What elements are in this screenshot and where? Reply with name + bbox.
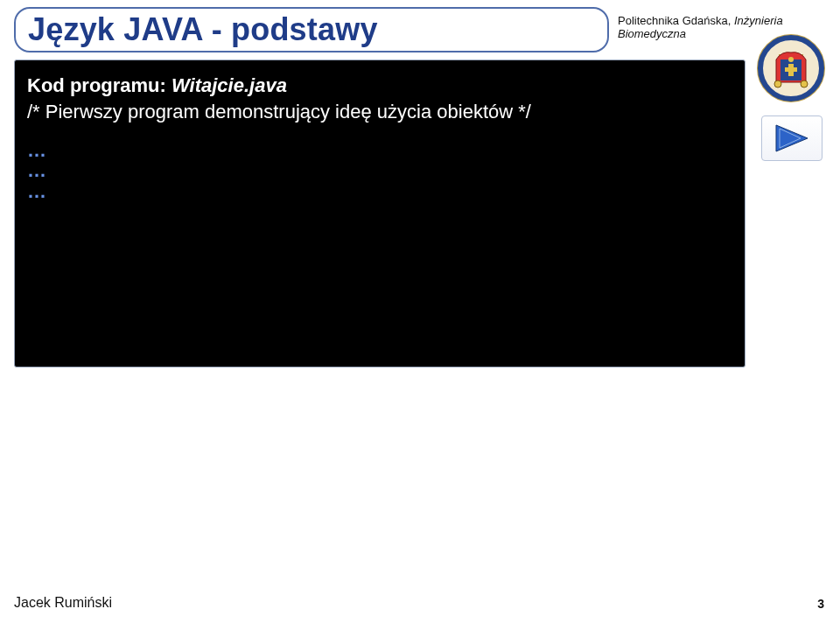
code-line-2: /* Pierwszy program demonstrujący ideę u… — [27, 99, 732, 125]
slide-title: Język JAVA - podstawy — [28, 11, 378, 48]
svg-point-5 — [788, 57, 794, 62]
svg-point-6 — [774, 80, 781, 88]
slide-title-panel: Język JAVA - podstawy — [14, 7, 609, 52]
code-filename: Witajcie.java — [172, 74, 287, 96]
svg-point-7 — [801, 80, 808, 88]
code-ellipsis-3: … — [27, 181, 732, 201]
code-block: Kod programu: Witajcie.java /* Pierwszy … — [14, 60, 746, 368]
code-label: Kod programu: — [27, 74, 172, 96]
play-button[interactable] — [761, 116, 822, 161]
spacer — [27, 124, 732, 140]
institution-prefix: Politechnika Gdańska, — [618, 14, 734, 27]
footer-author: Jacek Rumiński — [14, 595, 112, 611]
play-icon — [774, 123, 809, 153]
university-crest-icon — [756, 33, 826, 103]
svg-rect-4 — [785, 67, 797, 72]
code-ellipsis-1: … — [27, 140, 732, 160]
code-ellipsis-2: … — [27, 160, 732, 180]
footer-page-number: 3 — [817, 597, 824, 611]
code-line-1: Kod programu: Witajcie.java — [27, 73, 732, 99]
